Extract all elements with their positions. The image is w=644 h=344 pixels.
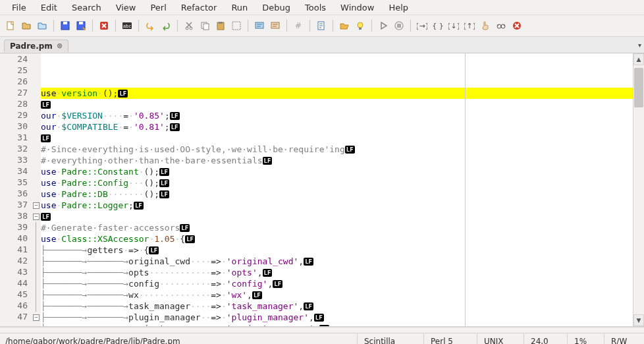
close-icon[interactable] [97,19,111,32]
menu-perl[interactable]: Perl [144,1,173,14]
scrollbar-down-icon[interactable]: ▼ [633,314,644,326]
line-number[interactable]: 31 [0,132,28,144]
brackets3-icon[interactable]: {↓} [447,19,460,32]
line-number[interactable]: 27 [0,88,28,99]
code-area[interactable]: use·version·();LFLFour·$VERSION····=·'0.… [41,53,633,326]
folder-icon[interactable] [36,19,49,32]
paste-icon[interactable] [214,19,227,32]
save-as-icon[interactable] [74,19,88,32]
line-number[interactable]: 28 [0,99,28,110]
doc-icon[interactable] [315,19,328,32]
brackets1-icon[interactable]: {→} [416,19,429,32]
line-number[interactable]: 39 [0,222,28,233]
new-file-icon[interactable] [4,19,17,32]
code-line[interactable]: ├───────→───────→config··········=>·'con… [41,278,633,289]
line-number[interactable]: 40 [0,233,28,244]
code-line[interactable]: ├───────→───────→opts············=>·'opt… [41,267,633,278]
code-line[interactable]: ├───────→───────→wx··············=>·'wx'… [41,289,633,301]
folder-open-icon[interactable] [338,19,351,32]
line-number[interactable]: 38 [0,211,28,222]
line-number[interactable]: 33 [0,155,28,166]
fold-toggle-icon[interactable]: − [32,200,41,211]
line-number[interactable]: 37 [0,200,28,211]
code-line[interactable]: #·Since·everything·is·used·OO-style,·we·… [41,144,633,155]
code-line[interactable]: LF [41,132,633,144]
menu-file[interactable]: File [5,1,33,14]
editor-tab[interactable]: Padre.pm ⊗ [4,40,68,52]
hash-icon[interactable]: # [292,19,305,32]
line-number[interactable]: 47 [0,312,28,323]
line-number[interactable]: 45 [0,289,28,301]
resize-handle[interactable] [0,327,644,333]
glasses-icon[interactable] [495,19,508,32]
tab-close-icon[interactable]: ⊗ [57,42,63,50]
code-line[interactable]: use·version·();LF [41,88,633,99]
tab-overflow-icon[interactable]: ▾ [638,42,641,49]
stop-icon[interactable] [392,19,406,32]
menu-refactor[interactable]: Refactor [174,1,224,14]
comment-icon[interactable] [253,19,266,32]
code-line[interactable]: our·$COMPATIBLE·=·'0.81';LF [41,121,633,132]
code-line[interactable]: LF [41,211,633,222]
menu-edit[interactable]: Edit [34,1,64,14]
fold-toggle-icon[interactable]: − [32,312,41,323]
brackets4-icon[interactable]: {↑} [463,19,476,32]
select-all-icon[interactable] [230,19,243,32]
save-icon[interactable] [59,19,72,32]
menu-tools[interactable]: Tools [298,1,333,14]
code-line[interactable]: ├───────→───────→plugin_manager··=>·'plu… [41,312,633,323]
vertical-scrollbar[interactable]: ▲ ▼ [633,53,644,326]
line-number[interactable]: 42 [0,256,28,267]
code-line[interactable]: use·Padre::DB·······();LF [41,188,633,200]
scrollbar-up-icon[interactable]: ▲ [633,53,644,65]
scrollbar-thumb[interactable] [634,68,643,107]
menu-help[interactable]: Help [382,1,415,14]
status-encoding[interactable]: UNIX [477,333,524,344]
menu-debug[interactable]: Debug [255,1,297,14]
open-file-icon[interactable] [20,19,33,32]
copy-icon[interactable] [198,19,211,32]
menu-search[interactable]: Search [65,1,108,14]
brackets2-icon[interactable]: { } [431,19,444,32]
line-number[interactable]: 43 [0,267,28,278]
bulb-icon[interactable] [354,19,367,32]
code-line[interactable]: use·Padre::Logger;LF [41,200,633,211]
fold-toggle-icon[interactable]: − [32,211,41,222]
code-line[interactable]: ├───────→───────→original_cwd····=>·'ori… [41,256,633,267]
code-line[interactable]: use·Padre::Config···();LF [41,177,633,188]
code-line[interactable]: #·Generate·faster·accessorsLF [41,222,633,233]
scrollbar-track[interactable] [633,65,644,314]
code-line[interactable]: LF [41,99,633,110]
undo-icon[interactable] [144,19,157,32]
line-number[interactable]: 36 [0,188,28,200]
line-number[interactable]: 30 [0,121,28,132]
line-number[interactable]: 34 [0,166,28,177]
line-number[interactable]: 24 [0,54,28,65]
code-line[interactable]: ├───────→getters·=>·{LF [41,244,633,256]
line-number[interactable]: 32 [0,144,28,155]
code-line[interactable]: ├───────→───────→project_manager·=>·'pro… [41,323,633,326]
code-line[interactable]: use·Class::XSAccessor·1.05·{LF [41,233,633,244]
status-lang[interactable]: Perl 5 [424,333,477,344]
run-icon[interactable] [377,19,390,32]
menu-view[interactable]: View [109,1,143,14]
menu-window[interactable]: Window [334,1,381,14]
line-number[interactable]: 46 [0,301,28,312]
code-line[interactable]: use·Padre::Constant·();LF [41,166,633,177]
line-number-gutter[interactable]: 2425262728293031323334353637383940414243… [0,53,32,326]
code-line[interactable]: ├───────→───────→task_manager····=>·'tas… [41,301,633,312]
hand-icon[interactable] [479,19,492,32]
line-number[interactable]: 44 [0,278,28,289]
redo-icon[interactable] [159,19,173,32]
line-number[interactable]: 25 [0,65,28,76]
fold-gutter[interactable]: −−− [32,53,41,326]
close-all-icon[interactable] [510,19,523,32]
code-line[interactable]: #·everything·other·than·the·bare·essenti… [41,155,633,166]
status-highlighter[interactable]: Scintilla [358,333,424,344]
line-number[interactable]: 26 [0,76,28,88]
line-number[interactable]: 35 [0,177,28,188]
line-number[interactable]: 29 [0,110,28,121]
code-line[interactable]: our·$VERSION····=·'0.85';LF [41,110,633,121]
line-number[interactable]: 41 [0,244,28,256]
abc-icon[interactable]: abc [121,19,134,32]
